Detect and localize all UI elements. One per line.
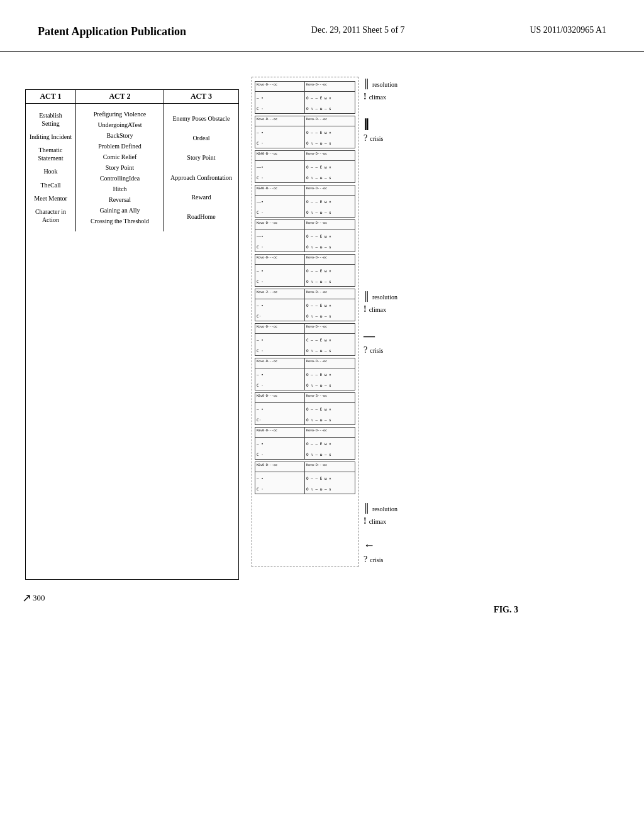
scene-block-3: K&40-B---оc Kovо-D---оc ——• C · O — — E … bbox=[255, 150, 355, 183]
crisis-label-3: crisis bbox=[370, 135, 383, 142]
crisis-label-1: crisis bbox=[370, 556, 383, 563]
act3-header: ACT 3 bbox=[164, 90, 238, 104]
act1-item-mentor: Meet Mentor bbox=[28, 193, 73, 204]
scene-block-2: Kovо-D---оc Kovо-D---оc — • C · O — — E … bbox=[255, 116, 355, 148]
act1-header: ACT 1 bbox=[26, 90, 75, 104]
scene-11-right-header: Kovо-D---оc bbox=[305, 428, 355, 437]
scene-4-right-header: Kovо-D---оc bbox=[305, 185, 355, 195]
scene-4-left-header: K&40-B---оc bbox=[255, 185, 305, 195]
crisis-symbol-3: ? bbox=[364, 133, 367, 143]
fig-label: FIG. 3 bbox=[0, 599, 644, 615]
scene-12-left-body: — • C · bbox=[255, 472, 305, 494]
scene-10-left-header: K&v0-D---оc bbox=[255, 393, 305, 402]
scene-11-right-body: O — — E ω × O ι — ω — s bbox=[305, 438, 355, 460]
climax-annotation-2: ! climax bbox=[364, 304, 397, 314]
scene-6-left-body: — • C · bbox=[255, 265, 305, 287]
resolution-annotation-2: ║ resolution bbox=[364, 292, 397, 302]
scene-12-right-header: Kovо-D---оc bbox=[305, 462, 355, 472]
scene-5-right-header: Kovо-D---оc bbox=[305, 220, 355, 230]
scene-11-left-header: K&v0-D---оc bbox=[255, 428, 305, 437]
diagram-number: 300 bbox=[33, 593, 45, 603]
scene-block-11: K&v0-D---оc Kovо-D---оc — • C · O — — E … bbox=[255, 427, 355, 460]
act3-item-roadhome: RoadHome bbox=[167, 211, 236, 222]
act2-item-crossing: Crossing the Threshold bbox=[79, 216, 161, 226]
act1-item-thecall: TheCall bbox=[28, 180, 73, 191]
scene-block-4: K&40-B---оc Kovо-D---оc ——• C · O — — E … bbox=[255, 185, 355, 218]
page-header: Patent Application Publication Dec. 29, … bbox=[0, 0, 644, 52]
scene-block-10: K&v0-D---оc Kovо-3---оc — • C· O — — E ω… bbox=[255, 392, 355, 425]
act1-column: ACT 1 Establish Setting Inditing Inciden… bbox=[26, 90, 76, 231]
scene-6-left-header: Kovо-D---оc bbox=[255, 255, 305, 264]
act3-item-approach: Approach Confrontation bbox=[167, 172, 236, 183]
act2-item-gaining: Gaining an Ally bbox=[79, 205, 161, 216]
scene-8-right-body: C — — E ω × O ι — ω — s bbox=[305, 334, 355, 356]
scene-1-left-header: Kovо-D---оc bbox=[255, 82, 305, 91]
publication-number: US 2011/0320965 A1 bbox=[530, 25, 606, 35]
act2-item-reversal: Reversal bbox=[79, 194, 161, 205]
scene-9-left-body: — • C · bbox=[255, 368, 305, 390]
double-bar-symbol: ‖ bbox=[364, 117, 369, 131]
scene-block-5: Kovо-D---оc Kovо-D---оc ——• C · O — — E … bbox=[255, 219, 355, 252]
scene-9-right-header: Kovо-D---оc bbox=[305, 358, 355, 368]
act2-items: Prefiguring Violence UndergoingATest Bac… bbox=[76, 104, 164, 231]
act2-item-backstory: BackStory bbox=[79, 130, 161, 141]
scene-block-7: Kovо-2---оc Kovо-D---оc — • C· O — — E ω… bbox=[255, 289, 355, 321]
resolution-label-2: resolution bbox=[372, 294, 397, 301]
main-content: ACT 1 Establish Setting Inditing Inciden… bbox=[0, 52, 644, 599]
scene-1-left-body: — • C · bbox=[255, 92, 305, 114]
scene-block-6: Kovо-D---оc Kovо-D---оc — • C · O — — E … bbox=[255, 254, 355, 287]
climax-symbol-2: ! bbox=[364, 304, 367, 314]
right-section: Kovо-D---оc Kovо-D---оc — • C · O — — E … bbox=[252, 77, 397, 567]
scene-7-left-body: — • C· bbox=[255, 299, 305, 321]
scene-4-right-body: O — — E ω × O ι — ω — s bbox=[305, 196, 355, 218]
act2-item-problem: Problem Defined bbox=[79, 141, 161, 152]
scene-12-right-body: O — — E ω × O ι — ω — s bbox=[305, 472, 355, 494]
act3-column: ACT 3 Enemy Poses Obstacle Ordeal Story … bbox=[164, 90, 238, 231]
scene-block-1: Kovо-D---оc Kovо-D---оc — • C · O — — E … bbox=[255, 81, 355, 114]
act3-items: Enemy Poses Obstacle Ordeal Story Point … bbox=[164, 104, 238, 231]
act2-header: ACT 2 bbox=[76, 90, 164, 104]
act2-item-storypoint: Story Point bbox=[79, 162, 161, 173]
climax-symbol-1: ! bbox=[364, 516, 367, 526]
scene-3-right-header: Kovо-D---оc bbox=[305, 151, 355, 160]
scene-11-left-body: — • C · bbox=[255, 438, 305, 460]
single-dash-annotation: — bbox=[364, 329, 397, 343]
scene-7-right-body: O — — E ω × O ι — ω — s bbox=[305, 299, 355, 321]
act1-items: Establish Setting Inditing Incident Them… bbox=[26, 104, 75, 231]
act2-annotations: ║ resolution ! climax — ? crisis bbox=[364, 292, 397, 355]
act2-item-controlling: ControllingIdea bbox=[79, 173, 161, 184]
scene-5-right-body: O — — E ω × O ι — ω — s bbox=[305, 230, 355, 252]
scene-2-left-header: Kovо-D---оc bbox=[255, 116, 305, 126]
resolution-symbol-2: ║ bbox=[364, 292, 370, 302]
crisis-annotation-1: ? crisis bbox=[364, 555, 397, 565]
act3-item-storypoint: Story Point bbox=[167, 152, 236, 163]
diagram-300-label: ↗ 300 bbox=[22, 591, 45, 605]
scene-2-right-header: Kovо-D---оc bbox=[305, 116, 355, 126]
scene-9-right-body: O — — E ω × O ι — ω — s bbox=[305, 368, 355, 390]
act3-annotations: ║ resolution ! climax ‖ ? crisis bbox=[364, 79, 397, 143]
scene-8-left-header: Kovо-D---оc bbox=[255, 324, 305, 333]
scene-3-right-body: O — — E ω × O ι — ω — s bbox=[305, 161, 355, 183]
publication-date-sheet: Dec. 29, 2011 Sheet 5 of 7 bbox=[311, 25, 405, 35]
scene-10-right-header: Kovо-3---оc bbox=[305, 393, 355, 402]
scene-5-left-header: Kovо-D---оc bbox=[255, 220, 305, 230]
crisis-annotation-3: ? crisis bbox=[364, 133, 397, 143]
act1-item-character: Character in Action bbox=[28, 206, 73, 225]
scene-8-left-body: — • C · bbox=[255, 334, 305, 356]
climax-annotation-3: ! climax bbox=[364, 92, 397, 102]
scene-7-left-header: Kovо-2---оc bbox=[255, 289, 305, 299]
resolution-symbol-1: ║ bbox=[364, 504, 370, 514]
arrow-left-symbol: ← bbox=[364, 539, 375, 552]
scene-7-right-header: Kovо-D---оc bbox=[305, 289, 355, 299]
resolution-annotation-3: ║ resolution bbox=[364, 79, 397, 89]
scene-1-right-header: Kovо-D---оc bbox=[305, 82, 355, 91]
publication-title: Patent Application Publication bbox=[38, 25, 186, 38]
act1-item-establish: Establish Setting bbox=[28, 110, 73, 129]
act2-item-prefiguring: Prefiguring Violence bbox=[79, 109, 161, 119]
single-dash-symbol: — bbox=[364, 329, 375, 343]
act3-item-ordeal: Ordeal bbox=[167, 133, 236, 143]
scene-10-left-body: — • C· bbox=[255, 403, 305, 425]
scene-8-right-header: Kovо-D---оc bbox=[305, 324, 355, 333]
scene-9-left-header: Kovо-D---оc bbox=[255, 358, 305, 368]
act2-item-hitch: Hitch bbox=[79, 184, 161, 194]
